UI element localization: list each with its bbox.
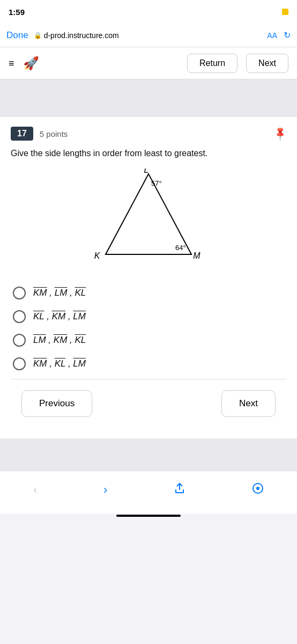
vertex-k-label: K bbox=[94, 251, 101, 260]
previous-button[interactable]: Previous bbox=[21, 390, 92, 417]
status-bar: 1:59 bbox=[0, 0, 297, 24]
question-number: 17 bbox=[11, 127, 33, 141]
bottom-nav: ‹ › bbox=[0, 471, 297, 514]
option-3[interactable]: LM , KM , KL bbox=[13, 334, 286, 347]
browser-bar: Done 🔒 d-prod.instructure.com AA ↻ bbox=[0, 24, 297, 47]
svg-marker-0 bbox=[106, 174, 191, 254]
done-button[interactable]: Done bbox=[6, 30, 28, 41]
option-4-label: KM , KL , LM bbox=[33, 358, 86, 369]
question-header: 17 5 points 📌 bbox=[11, 117, 286, 147]
battery-icon bbox=[282, 9, 288, 15]
home-bar bbox=[0, 514, 297, 518]
url-text: d-prod.instructure.com bbox=[44, 31, 119, 40]
nav-buttons: Previous Next bbox=[11, 379, 286, 428]
url-bar: 🔒 d-prod.instructure.com bbox=[34, 31, 262, 40]
toolbar: ≡ 🚀 Return Next bbox=[0, 47, 297, 79]
option-1[interactable]: KM , LM , KL bbox=[13, 287, 286, 299]
vertex-m-label: M bbox=[193, 251, 201, 260]
compass-button[interactable] bbox=[243, 478, 272, 502]
triangle-diagram: L K M 57° 64° bbox=[90, 169, 207, 276]
angle-l-label: 57° bbox=[151, 179, 162, 187]
radio-2[interactable] bbox=[13, 310, 26, 323]
menu-icon[interactable]: ≡ bbox=[9, 58, 14, 68]
diagram-container: L K M 57° 64° bbox=[11, 169, 286, 276]
share-button[interactable] bbox=[165, 478, 194, 502]
browser-controls: AA ↻ bbox=[267, 30, 291, 40]
main-content: 17 5 points 📌 Give the side lengths in o… bbox=[0, 117, 297, 438]
next-button-top[interactable]: Next bbox=[246, 54, 288, 73]
home-bar-line bbox=[116, 515, 181, 517]
status-time: 1:59 bbox=[9, 8, 25, 17]
option-1-label: KM , LM , KL bbox=[33, 288, 86, 298]
option-4[interactable]: KM , KL , LM bbox=[13, 357, 286, 370]
back-button[interactable]: ‹ bbox=[25, 479, 46, 501]
forward-button[interactable]: › bbox=[95, 479, 116, 501]
svg-point-2 bbox=[257, 487, 259, 489]
question-points: 5 points bbox=[40, 129, 68, 138]
pin-icon[interactable]: 📌 bbox=[272, 125, 288, 142]
radio-3[interactable] bbox=[13, 334, 26, 347]
bottom-gray-band bbox=[0, 438, 297, 471]
angle-m-label: 64° bbox=[175, 244, 186, 252]
radio-4[interactable] bbox=[13, 357, 26, 370]
status-icons bbox=[282, 9, 288, 15]
option-3-label: LM , KM , KL bbox=[33, 335, 86, 346]
return-button[interactable]: Return bbox=[187, 54, 237, 73]
next-button-bottom[interactable]: Next bbox=[221, 390, 276, 417]
lock-icon: 🔒 bbox=[34, 32, 42, 39]
option-2[interactable]: KL , KM , LM bbox=[13, 310, 286, 323]
rocket-icon[interactable]: 🚀 bbox=[23, 56, 39, 71]
aa-button[interactable]: AA bbox=[267, 31, 277, 40]
question-text: Give the side lengths in order from leas… bbox=[11, 147, 286, 160]
option-2-label: KL , KM , LM bbox=[33, 311, 86, 322]
radio-1[interactable] bbox=[13, 287, 26, 299]
options-list: KM , LM , KL KL , KM , LM LM , KM , KL K… bbox=[11, 287, 286, 370]
reload-icon[interactable]: ↻ bbox=[284, 30, 291, 40]
vertex-l-label: L bbox=[144, 169, 149, 174]
top-gray-band bbox=[0, 79, 297, 117]
